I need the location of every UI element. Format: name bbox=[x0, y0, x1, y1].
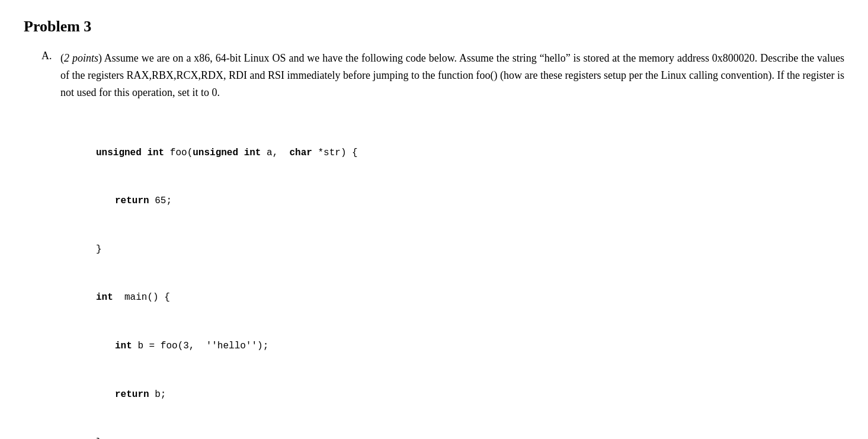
code-line-3: } bbox=[96, 242, 844, 258]
part-a: A. (2 points) Assume we are on a x86, 64… bbox=[41, 50, 844, 439]
code-line-5: int b = foo(3, ''hello''); bbox=[96, 338, 844, 354]
code-line-6: return b; bbox=[96, 387, 844, 403]
part-a-label: A. bbox=[41, 50, 60, 439]
problem-title: Problem 3 bbox=[24, 18, 844, 36]
code-line-1: unsigned int foo(unsigned int a, char *s… bbox=[96, 145, 844, 161]
part-a-body: Assume we are on a x86, 64-bit Linux OS … bbox=[60, 52, 844, 98]
code-line-7: } bbox=[96, 435, 844, 439]
code-line-4: int main() { bbox=[96, 290, 844, 306]
problem-section: A. (2 points) Assume we are on a x86, 64… bbox=[24, 50, 844, 439]
code-line-2: return 65; bbox=[96, 193, 844, 209]
part-a-text: (2 points) Assume we are on a x86, 64-bi… bbox=[60, 50, 844, 101]
part-a-points: 2 points bbox=[64, 52, 98, 64]
part-a-content: (2 points) Assume we are on a x86, 64-bi… bbox=[60, 50, 844, 439]
code-block: unsigned int foo(unsigned int a, char *s… bbox=[96, 113, 844, 439]
part-a-points-intro: (2 points) bbox=[60, 52, 102, 64]
